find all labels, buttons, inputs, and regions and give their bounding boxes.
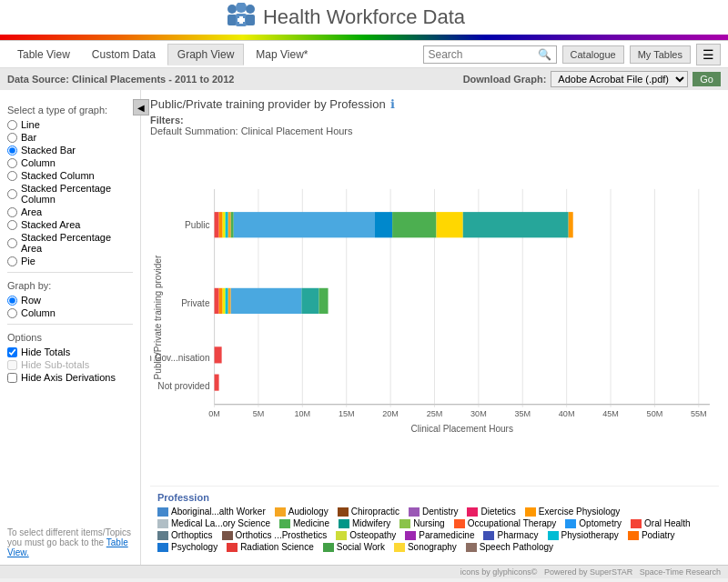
datasource-bar: Data Source: Clinical Placements - 2011 … — [0, 68, 728, 90]
legend-swatch-ot — [454, 519, 465, 528]
divider2 — [7, 324, 133, 325]
legend-swatch-pharmacy — [483, 531, 494, 540]
bar-private-seg6 — [231, 288, 302, 314]
legend-item-socialwork: Social Work — [323, 542, 385, 552]
graph-type-stacked-bar[interactable]: Stacked Bar — [7, 145, 133, 156]
legend-swatch-podiatry — [628, 531, 639, 540]
legend-item-ot: Occupational Therapy — [454, 518, 557, 528]
chart-svg: Public/Private training provider — [150, 140, 719, 486]
x-tick-10: 10M — [295, 409, 311, 418]
download-label: Download Graph: — [463, 74, 547, 85]
bar-public-seg2 — [219, 212, 223, 237]
menu-button[interactable]: ☰ — [696, 44, 721, 65]
bar-public-seg4 — [226, 212, 228, 237]
go-button[interactable]: Go — [693, 72, 721, 86]
legend-swatch-aboriginal — [157, 507, 168, 517]
x-tick-45: 45M — [602, 409, 619, 418]
graph-type-pie[interactable]: Pie — [7, 256, 133, 266]
legend-swatch-optometry — [565, 519, 576, 528]
chart-svg-area: Public/Private training provider — [150, 140, 719, 486]
legend-item-medicine: Medicine — [279, 518, 329, 528]
bar-private-seg3 — [223, 288, 226, 314]
graph-type-stacked-area[interactable]: Stacked Area — [7, 219, 133, 230]
option-hide-subtotals: Hide Sub-totals — [7, 359, 133, 370]
x-tick-0: 0M — [208, 409, 220, 418]
download-format-select[interactable]: Adobe Acrobat File (.pdf) — [551, 71, 688, 87]
option-hide-totals[interactable]: Hide Totals — [7, 346, 133, 357]
info-icon[interactable]: ℹ — [390, 97, 395, 111]
sidebar: ◀ Select a type of graph: Line Bar Stack… — [0, 90, 141, 565]
legend-swatch-dentistry — [409, 507, 420, 517]
legend-swatch-nursing — [399, 519, 410, 528]
legend-swatch-chiro — [338, 507, 349, 517]
app-title: Health Workforce Data — [263, 5, 465, 29]
svg-point-2 — [236, 3, 247, 13]
header-icon — [218, 4, 264, 31]
x-tick-50: 50M — [647, 409, 663, 418]
legend-title: Profession — [157, 492, 712, 503]
nav-bar: Table View Custom Data Graph View Map Vi… — [0, 41, 728, 68]
tab-graph-view[interactable]: Graph View — [167, 44, 244, 65]
tab-map-view[interactable]: Map View* — [246, 44, 318, 65]
graph-by-column[interactable]: Column — [7, 307, 133, 318]
bar-private-seg5 — [228, 288, 231, 314]
catalogue-button[interactable]: Catalogue — [562, 45, 624, 64]
header: Health Workforce Data — [0, 0, 728, 41]
legend-item-physio: Physiotherapy — [548, 530, 619, 540]
graph-type-column[interactable]: Column — [7, 157, 133, 168]
graph-type-area[interactable]: Area — [7, 206, 133, 217]
y-label-private: Private — [181, 298, 210, 308]
legend-swatch-physio — [548, 531, 559, 540]
legend: Profession Aboriginal...alth Worker Audi… — [150, 486, 719, 557]
tab-custom-data[interactable]: Custom Data — [82, 44, 166, 65]
search-input[interactable] — [429, 48, 538, 61]
x-tick-35: 35M — [514, 409, 531, 418]
filters-section: Filters: Default Summation: Clinical Pla… — [150, 115, 719, 136]
x-axis-label: Clinical Placement Hours — [410, 424, 513, 434]
my-tables-button[interactable]: My Tables — [630, 45, 691, 64]
bar-private-seg7 — [301, 288, 318, 314]
graph-type-stacked-column[interactable]: Stacked Column — [7, 170, 133, 181]
legend-swatch-psychology — [157, 543, 168, 552]
bar-public-seg9 — [392, 212, 436, 237]
legend-item-osteopathy: Osteopathy — [336, 530, 396, 540]
graph-type-line[interactable]: Line — [7, 119, 133, 130]
legend-item-dietetics: Dietetics — [467, 507, 515, 517]
graph-type-bar[interactable]: Bar — [7, 132, 133, 143]
footer: icons by glyphicons© Powered by SuperSTA… — [0, 565, 728, 578]
bar-public-seg1 — [215, 212, 219, 237]
legend-item-chiro: Chiropractic — [338, 507, 399, 517]
x-tick-5: 5M — [253, 409, 265, 418]
main-content: ◀ Select a type of graph: Line Bar Stack… — [0, 90, 728, 565]
legend-swatch-paramedicine — [405, 531, 416, 540]
bar-private-seg8 — [318, 288, 328, 314]
footer-text: icons by glyphicons© Powered by SuperSTA… — [460, 567, 721, 577]
bar-public-seg8 — [375, 212, 392, 237]
legend-swatch-speech — [466, 543, 477, 552]
legend-item-medlab: Medical La...ory Science — [157, 518, 270, 528]
legend-swatch-socialwork — [323, 543, 334, 552]
x-tick-25: 25M — [427, 409, 443, 418]
search-icon[interactable]: 🔍 — [538, 48, 551, 61]
legend-item-audiology: Audiology — [275, 507, 329, 517]
bar-public-seg7 — [234, 212, 375, 237]
nav-right: 🔍 Catalogue My Tables ☰ — [423, 44, 721, 65]
legend-swatch-medlab — [157, 519, 168, 528]
tab-table-view[interactable]: Table View — [7, 44, 80, 65]
search-box: 🔍 — [423, 45, 557, 64]
y-label-public: Public — [185, 220, 209, 230]
legend-swatch-orthoptics — [157, 531, 168, 540]
legend-item-dentistry: Dentistry — [409, 507, 458, 517]
legend-swatch-midwifery — [339, 519, 349, 528]
bar-nongov-seg1 — [215, 346, 222, 363]
option-hide-axis-derivations[interactable]: Hide Axis Derivations — [7, 372, 133, 383]
legend-swatch-dietetics — [467, 507, 478, 517]
sidebar-toggle[interactable]: ◀ — [133, 99, 149, 115]
legend-item-oralhealth: Oral Health — [631, 518, 691, 528]
svg-rect-1 — [228, 15, 237, 25]
graph-by-row[interactable]: Row — [7, 295, 133, 306]
graph-type-stacked-pct-column[interactable]: Stacked Percentage Column — [7, 183, 133, 205]
legend-swatch-audiology — [275, 507, 286, 517]
graph-type-stacked-pct-area[interactable]: Stacked Percentage Area — [7, 232, 133, 254]
legend-swatch-oralhealth — [631, 519, 642, 528]
